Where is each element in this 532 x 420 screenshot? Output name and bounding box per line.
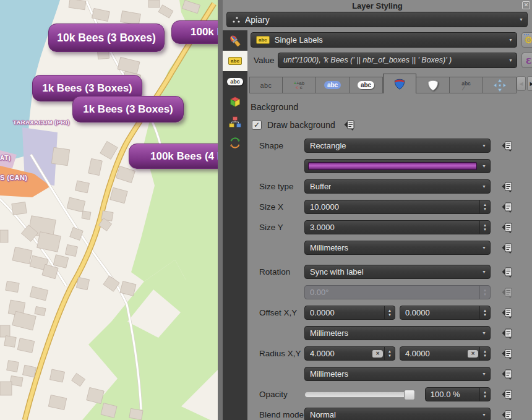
building xyxy=(70,228,83,241)
size-type-label: Size type xyxy=(247,182,304,191)
map-label-callout: 100k B xyxy=(171,20,218,44)
data-defined-override-button[interactable] xyxy=(500,140,515,152)
data-defined-override-button[interactable] xyxy=(500,222,515,233)
opacity-label: Opacity xyxy=(247,390,304,399)
tab-shadow[interactable] xyxy=(416,77,450,93)
opacity-spinbox[interactable]: 100.0 % ▲▼ xyxy=(425,387,491,401)
sidebar-item-3d-view[interactable] xyxy=(223,92,247,112)
building xyxy=(76,277,89,289)
building xyxy=(87,387,104,403)
sidebar-item-labels[interactable]: abc xyxy=(223,51,247,71)
layer-selector[interactable]: Apiary ▼ xyxy=(226,12,528,27)
building xyxy=(148,0,160,7)
shape-select[interactable]: Rectangle ▼ xyxy=(304,139,491,153)
spinner-buttons[interactable]: ▲▼ xyxy=(479,200,490,213)
data-defined-override-button[interactable] xyxy=(500,307,515,319)
spinner-buttons[interactable]: ▲▼ xyxy=(479,388,490,401)
data-defined-override-button[interactable] xyxy=(500,389,515,400)
building xyxy=(49,369,64,382)
sidebar-item-diagrams[interactable] xyxy=(223,112,247,132)
automated-placement-button[interactable]: ⚙ xyxy=(521,32,532,48)
data-defined-override-button[interactable] xyxy=(500,202,515,213)
blend-mode-select[interactable]: Normal ▼ xyxy=(304,408,491,420)
label-mode-select[interactable]: abc Single Labels ▼ xyxy=(251,32,517,48)
building xyxy=(82,211,91,220)
data-defined-override-button[interactable] xyxy=(500,409,515,420)
panel-splitter[interactable] xyxy=(218,0,223,420)
sidebar-item-symbology[interactable] xyxy=(223,30,247,51)
rotation-mode-select[interactable]: Sync with label ▼ xyxy=(304,265,491,279)
tab-callout[interactable]: abc ∕ xyxy=(450,77,483,93)
offset-y-spinbox[interactable]: 0.0000 ▲▼ xyxy=(400,306,491,320)
labels-panel-content: abc Single Labels ▼ ⚙ Value unt"/1000), … xyxy=(247,30,532,420)
tab-mask[interactable]: abc xyxy=(350,77,383,93)
size-units-select[interactable]: Millimeters ▼ xyxy=(304,241,491,255)
tab-formatting[interactable]: ++ab < c xyxy=(283,77,316,93)
section-title: Background xyxy=(251,102,532,112)
offset-units-select[interactable]: Millimeters ▼ xyxy=(304,326,491,340)
map-place-name: S (CAN) xyxy=(0,174,27,181)
spinner-buttons[interactable]: ▲▼ xyxy=(479,221,490,234)
sidebar-item-masks[interactable]: abc xyxy=(223,71,247,92)
expression-builder-button[interactable]: ε xyxy=(521,53,532,68)
data-defined-override-button[interactable] xyxy=(500,369,515,380)
spinner-buttons[interactable]: ▲▼ xyxy=(384,347,395,360)
building xyxy=(72,373,85,386)
label-settings-tabbar: abc ++ab < c abc abc xyxy=(249,74,532,93)
tab-placement[interactable] xyxy=(483,77,517,93)
data-defined-override-button[interactable] xyxy=(500,181,515,192)
map-label-callout: 10k Bees (3 Boxes) xyxy=(48,24,165,52)
shadow-shield-icon xyxy=(426,79,440,92)
gear-icon: ⚙ xyxy=(525,35,532,45)
close-icon[interactable]: ✕ xyxy=(522,1,530,9)
fill-color-row: ▼ xyxy=(247,159,532,173)
map-canvas[interactable]: TARAXACUM (PRI) AT) S (CAN) 10k Bees (3 … xyxy=(0,0,218,420)
building xyxy=(23,365,36,377)
opacity-row: Opacity 100.0 % ▲▼ xyxy=(247,387,532,401)
radius-x-spinbox[interactable]: 4.0000 ✕ ▲▼ xyxy=(304,346,395,361)
opacity-slider-handle[interactable] xyxy=(404,390,415,400)
shape-label: Shape xyxy=(247,141,304,150)
spinner-buttons[interactable]: ▲▼ xyxy=(384,306,395,319)
tab-text[interactable]: abc xyxy=(249,77,283,93)
offset-x-spinbox[interactable]: 0.0000 ▲▼ xyxy=(304,306,395,320)
callout-tab-icon: abc ∕ xyxy=(461,80,471,91)
size-y-spinbox[interactable]: 3.0000 ▲▼ xyxy=(304,220,491,234)
chevron-down-icon: ▼ xyxy=(478,331,490,335)
building xyxy=(48,395,66,410)
cube-3d-icon xyxy=(228,95,242,109)
spinner-buttons[interactable]: ▲▼ xyxy=(479,347,490,360)
chevron-down-icon: ▼ xyxy=(505,58,517,62)
tab-scroll-right-button[interactable]: ▶ xyxy=(527,76,532,91)
opacity-slider[interactable] xyxy=(304,392,416,398)
text-tab-icon: abc xyxy=(260,82,272,89)
draw-background-checkbox[interactable]: ✓ xyxy=(252,120,262,130)
clear-value-icon[interactable]: ✕ xyxy=(372,350,383,358)
radius-units-row: Millimeters ▼ xyxy=(247,367,532,381)
tab-buffer[interactable]: abc xyxy=(316,77,350,93)
data-defined-override-button[interactable] xyxy=(500,348,515,359)
data-defined-override-button[interactable] xyxy=(343,119,358,131)
map-base-layers xyxy=(0,0,218,420)
chevron-down-icon: ▼ xyxy=(515,17,527,22)
history-arrows-icon xyxy=(228,136,242,150)
radius-units-select[interactable]: Millimeters ▼ xyxy=(304,367,491,381)
value-expression-select[interactable]: unt"/1000), 'k Bees (' || nbr_of_boxes |… xyxy=(278,53,517,68)
fill-color-select[interactable]: ▼ xyxy=(304,159,491,173)
building xyxy=(66,244,78,256)
data-defined-override-button[interactable] xyxy=(500,242,515,254)
chevron-down-icon: ▼ xyxy=(478,270,490,274)
data-defined-override-button[interactable] xyxy=(500,328,515,339)
tab-scroll-left-button[interactable]: ◀ xyxy=(517,76,526,91)
size-type-select[interactable]: Buffer ▼ xyxy=(304,179,491,194)
sidebar-item-history[interactable] xyxy=(223,132,247,153)
map-place-name: TARAXACUM (PRI) xyxy=(13,119,69,126)
paintbrush-icon xyxy=(228,33,242,48)
data-defined-override-button[interactable] xyxy=(500,267,515,278)
tab-background[interactable] xyxy=(383,74,416,93)
spinner-buttons[interactable]: ▲▼ xyxy=(479,306,490,319)
shape-row: Shape Rectangle ▼ xyxy=(247,139,532,153)
radius-y-spinbox[interactable]: 4.0000 ✕ ▲▼ xyxy=(400,346,491,361)
clear-value-icon[interactable]: ✕ xyxy=(468,350,478,358)
size-x-spinbox[interactable]: 10.0000 ▲▼ xyxy=(304,200,491,214)
